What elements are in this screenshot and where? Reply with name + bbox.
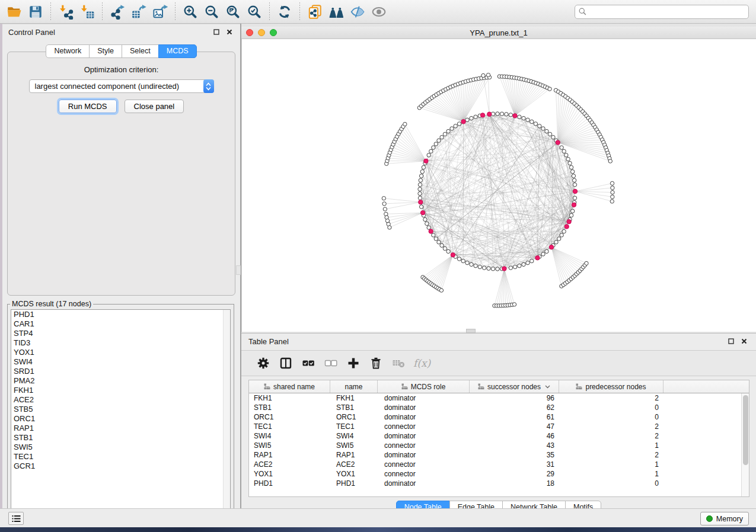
ring-node[interactable] bbox=[470, 116, 473, 120]
mcds-hub-node[interactable] bbox=[572, 203, 576, 207]
mcds-hub-node[interactable] bbox=[451, 253, 455, 257]
close-table-panel-button[interactable] bbox=[739, 336, 749, 346]
zoom-out-button[interactable] bbox=[201, 2, 222, 22]
mcds-result-item[interactable]: ORC1 bbox=[11, 414, 230, 424]
binoculars-button[interactable] bbox=[326, 2, 347, 22]
close-panel-button[interactable] bbox=[225, 27, 234, 37]
zoom-fit-button[interactable] bbox=[222, 2, 244, 22]
ring-node[interactable] bbox=[572, 174, 575, 178]
mcds-result-item[interactable]: STB5 bbox=[11, 405, 230, 414]
ring-node[interactable] bbox=[418, 196, 422, 200]
leaf-node[interactable] bbox=[585, 261, 588, 265]
hide-graphics-details-button[interactable] bbox=[347, 2, 368, 22]
ring-node[interactable] bbox=[518, 115, 521, 118]
leaf-node[interactable] bbox=[611, 186, 614, 190]
show-column-button[interactable] bbox=[275, 352, 297, 374]
leaf-node[interactable] bbox=[610, 200, 614, 203]
column-header-name[interactable]: name bbox=[330, 380, 378, 393]
result-list-scrollbar[interactable] bbox=[223, 310, 230, 516]
create-column-button[interactable] bbox=[342, 352, 365, 374]
mcds-result-item[interactable]: SWI4 bbox=[11, 357, 230, 367]
ring-node[interactable] bbox=[446, 129, 450, 133]
ring-node[interactable] bbox=[418, 183, 422, 187]
ring-node[interactable] bbox=[564, 153, 568, 157]
mcds-hub-node[interactable] bbox=[502, 267, 506, 271]
ring-node[interactable] bbox=[423, 217, 427, 221]
ring-node[interactable] bbox=[440, 136, 444, 139]
float-panel-button[interactable] bbox=[212, 27, 221, 37]
ring-node[interactable] bbox=[560, 146, 563, 149]
open-session-button[interactable] bbox=[4, 2, 25, 22]
ring-node[interactable] bbox=[560, 233, 563, 237]
zoom-in-button[interactable] bbox=[180, 2, 201, 22]
run-mcds-button[interactable]: Run MCDS bbox=[59, 100, 117, 113]
mcds-hub-node[interactable] bbox=[549, 245, 553, 249]
ring-node[interactable] bbox=[427, 153, 430, 157]
mcds-result-item[interactable]: ACE2 bbox=[11, 395, 230, 405]
mcds-hub-node[interactable] bbox=[419, 200, 423, 204]
ring-node[interactable] bbox=[454, 124, 457, 128]
ring-node[interactable] bbox=[568, 161, 572, 165]
table-scrollbar-thumb[interactable] bbox=[743, 395, 748, 465]
ring-node[interactable] bbox=[562, 229, 566, 233]
ring-node[interactable] bbox=[457, 257, 461, 261]
ring-node[interactable] bbox=[505, 113, 508, 116]
mcds-hub-node[interactable] bbox=[429, 229, 433, 233]
zoom-selected-button[interactable] bbox=[244, 2, 265, 22]
mcds-result-item[interactable]: SWI5 bbox=[11, 443, 230, 452]
ring-node[interactable] bbox=[562, 149, 566, 153]
leaf-node[interactable] bbox=[486, 73, 490, 76]
ring-node[interactable] bbox=[474, 115, 477, 118]
ring-node[interactable] bbox=[538, 124, 541, 128]
leaf-node[interactable] bbox=[512, 303, 516, 306]
ring-node[interactable] bbox=[422, 165, 425, 169]
tab-select[interactable]: Select bbox=[122, 44, 159, 58]
ring-node[interactable] bbox=[470, 262, 473, 266]
ring-node[interactable] bbox=[487, 267, 490, 270]
delete-column-button[interactable] bbox=[365, 352, 387, 374]
mcds-result-item[interactable]: STB1 bbox=[11, 433, 230, 443]
mcds-hub-node[interactable] bbox=[461, 120, 465, 124]
ring-node[interactable] bbox=[432, 233, 435, 237]
table-row[interactable]: ORC1ORC1dominator610 bbox=[249, 412, 749, 422]
ring-node[interactable] bbox=[513, 265, 516, 268]
ring-node[interactable] bbox=[500, 112, 503, 116]
ring-node[interactable] bbox=[522, 262, 525, 266]
table-scrollbar[interactable] bbox=[741, 393, 749, 496]
ring-node[interactable] bbox=[545, 249, 548, 253]
ring-node[interactable] bbox=[518, 264, 521, 267]
table-row[interactable]: YOX1YOX1connector291 bbox=[249, 469, 749, 479]
table-row[interactable]: TEC1TEC1connector472 bbox=[249, 422, 749, 431]
mcds-result-item[interactable]: RAP1 bbox=[11, 424, 230, 433]
mcds-hub-node[interactable] bbox=[487, 112, 492, 116]
mcds-hub-node[interactable] bbox=[564, 225, 569, 229]
search-input[interactable] bbox=[575, 5, 749, 19]
leaf-node[interactable] bbox=[383, 207, 387, 211]
ring-node[interactable] bbox=[557, 237, 561, 241]
ring-node[interactable] bbox=[530, 259, 534, 262]
ring-node[interactable] bbox=[434, 237, 438, 241]
ring-node[interactable] bbox=[418, 187, 422, 191]
ring-node[interactable] bbox=[566, 157, 570, 161]
network-canvas[interactable] bbox=[241, 39, 756, 332]
ring-node[interactable] bbox=[541, 252, 545, 256]
leaf-node[interactable] bbox=[610, 181, 614, 185]
table-settings-button[interactable] bbox=[252, 352, 275, 374]
ring-node[interactable] bbox=[573, 183, 576, 187]
mcds-result-item[interactable]: PHD1 bbox=[11, 310, 230, 319]
ring-node[interactable] bbox=[419, 178, 422, 182]
deselect-all-button[interactable] bbox=[320, 352, 342, 374]
share-session-button[interactable] bbox=[304, 2, 326, 22]
mcds-hub-node[interactable] bbox=[573, 189, 577, 193]
ring-node[interactable] bbox=[419, 174, 423, 178]
ring-node[interactable] bbox=[551, 136, 555, 139]
table-row[interactable]: STB1STB1dominator620 bbox=[249, 403, 749, 412]
ring-node[interactable] bbox=[437, 241, 441, 244]
ring-node[interactable] bbox=[461, 259, 465, 262]
ring-node[interactable] bbox=[429, 149, 433, 153]
leaf-node[interactable] bbox=[481, 73, 485, 77]
ring-node[interactable] bbox=[541, 127, 545, 130]
float-table-panel-button[interactable] bbox=[726, 336, 736, 346]
mcds-result-item[interactable]: TEC1 bbox=[11, 452, 230, 462]
ring-node[interactable] bbox=[573, 196, 576, 200]
